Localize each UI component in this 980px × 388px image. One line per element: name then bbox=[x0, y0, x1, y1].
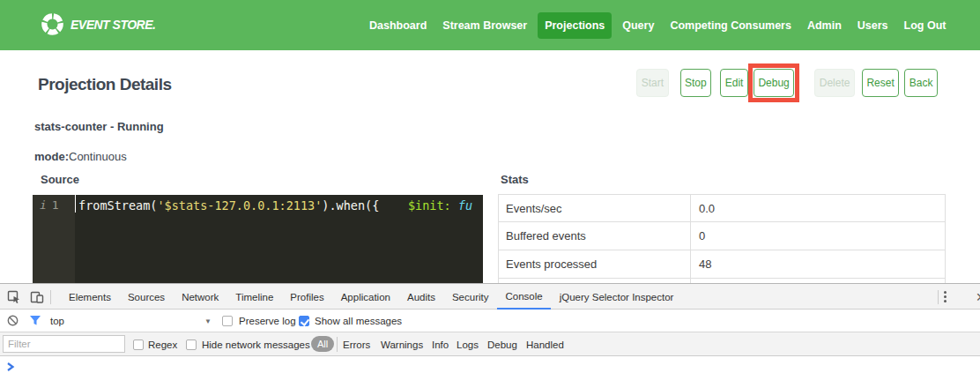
stat-label: Events/sec bbox=[499, 195, 691, 221]
gutter-fold-icon: i bbox=[40, 198, 47, 212]
filter-logs[interactable]: Logs bbox=[457, 332, 479, 356]
stat-value: 0 bbox=[691, 222, 945, 250]
table-row: Events processed 48 bbox=[498, 250, 946, 279]
editor-gutter: i1 bbox=[33, 195, 75, 283]
devtools-tabbar: Elements Sources Network Timeline Profil… bbox=[0, 283, 980, 310]
stats-table: Events/sec 0.0 Buffered events 0 Events … bbox=[498, 194, 946, 283]
code-key: $init: bbox=[408, 198, 451, 213]
projection-mode: mode:Continuous bbox=[34, 150, 127, 163]
brand-text: EVENT STORE. bbox=[71, 18, 155, 32]
console-prompt-icon[interactable] bbox=[6, 362, 15, 371]
tab-console[interactable]: Console bbox=[497, 284, 551, 310]
tab-jquery-selector-inspector[interactable]: jQuery Selector Inspector bbox=[551, 284, 682, 310]
filter-debug[interactable]: Debug bbox=[487, 332, 517, 356]
nav-item-projections[interactable]: Projections bbox=[538, 12, 612, 39]
stat-value: 0.0 bbox=[691, 195, 945, 221]
back-button[interactable]: Back bbox=[904, 69, 938, 97]
code-string: '$stats-127.0.0.1:2113' bbox=[157, 198, 322, 213]
debug-button[interactable]: Debug bbox=[754, 69, 794, 97]
hide-network-label: Hide network messages bbox=[202, 332, 310, 356]
regex-label: Regex bbox=[148, 332, 177, 356]
stop-button[interactable]: Stop bbox=[680, 69, 712, 97]
devtools-tabs: Elements Sources Network Timeline Profil… bbox=[61, 284, 682, 310]
device-toolbar-icon[interactable] bbox=[30, 290, 44, 304]
stats-label: Stats bbox=[501, 173, 529, 186]
code-line: fromStream('$stats-127.0.0.1:2113').when… bbox=[75, 195, 472, 213]
stat-label: Buffered events bbox=[499, 222, 691, 250]
toolbar-separator bbox=[50, 290, 51, 304]
nav-item-query[interactable]: Query bbox=[614, 19, 662, 32]
filter-errors[interactable]: Errors bbox=[343, 332, 370, 356]
nav-list: Dashboard Stream Browser Projections Que… bbox=[361, 0, 954, 50]
tab-network[interactable]: Network bbox=[174, 284, 227, 310]
devtools-panel: Elements Sources Network Timeline Profil… bbox=[0, 283, 980, 388]
tab-elements[interactable]: Elements bbox=[61, 284, 120, 310]
table-row: Buffered events 0 bbox=[498, 222, 946, 250]
navbar: EVENT STORE. Dashboard Stream Browser Pr… bbox=[0, 0, 980, 50]
preserve-log-label: Preserve log bbox=[239, 310, 296, 332]
tab-sources[interactable]: Sources bbox=[119, 284, 173, 310]
filter-input[interactable] bbox=[3, 335, 125, 353]
preserve-log-checkbox[interactable] bbox=[222, 310, 233, 332]
stat-label: Events processed bbox=[499, 250, 691, 278]
tab-profiles[interactable]: Profiles bbox=[282, 284, 332, 310]
mode-label: mode: bbox=[34, 150, 69, 163]
filter-info[interactable]: Info bbox=[432, 332, 449, 356]
tab-audits[interactable]: Audits bbox=[398, 284, 443, 310]
nav-item-dashboard[interactable]: Dashboard bbox=[361, 19, 434, 32]
delete-button[interactable]: Delete bbox=[814, 69, 855, 97]
source-code-editor[interactable]: i1 fromStream('$stats-127.0.0.1:2113').w… bbox=[33, 195, 483, 283]
table-row: Events/sec 0.0 bbox=[498, 194, 946, 222]
source-label: Source bbox=[41, 173, 79, 186]
reset-button[interactable]: Reset bbox=[862, 69, 899, 97]
brand[interactable]: EVENT STORE. bbox=[41, 12, 155, 36]
code-fn: fromStream( bbox=[78, 198, 157, 213]
line-number: 1 bbox=[52, 198, 59, 212]
context-dropdown-arrow-icon[interactable]: ▼ bbox=[204, 310, 212, 332]
debug-annotation-box: Debug bbox=[748, 63, 799, 102]
nav-item-users[interactable]: Users bbox=[850, 19, 896, 32]
projection-actions: Start Stop Edit Debug Delete Reset Back bbox=[636, 63, 938, 102]
nav-item-competing-consumers[interactable]: Competing Consumers bbox=[662, 19, 799, 32]
show-all-messages-label: Show all messages bbox=[315, 310, 402, 332]
tab-security[interactable]: Security bbox=[443, 284, 497, 310]
execution-context-selector[interactable]: top bbox=[50, 310, 64, 332]
inspect-element-icon[interactable] bbox=[7, 290, 21, 304]
stat-value: 48 bbox=[691, 250, 945, 278]
hide-network-checkbox[interactable] bbox=[186, 332, 197, 356]
toolbar-separator bbox=[938, 290, 939, 304]
code-sep bbox=[451, 198, 458, 213]
filter-warnings[interactable]: Warnings bbox=[381, 332, 423, 356]
projection-status: stats-counter - Running bbox=[34, 120, 164, 133]
console-toolbar: top ▼ Preserve log Show all messages bbox=[0, 310, 980, 332]
regex-checkbox[interactable] bbox=[133, 332, 144, 356]
nav-item-admin[interactable]: Admin bbox=[799, 19, 850, 32]
edit-button[interactable]: Edit bbox=[720, 69, 748, 97]
clear-console-icon[interactable] bbox=[7, 315, 19, 326]
filter-funnel-icon[interactable] bbox=[29, 315, 41, 326]
event-store-logo-icon bbox=[41, 12, 64, 36]
filter-handled[interactable]: Handled bbox=[526, 332, 564, 356]
show-all-messages-checkbox[interactable] bbox=[299, 310, 309, 332]
code-keyword: fu bbox=[458, 198, 472, 213]
start-button[interactable]: Start bbox=[636, 69, 668, 97]
nav-item-logout[interactable]: Log Out bbox=[896, 19, 954, 32]
code-gap bbox=[379, 198, 408, 213]
tab-timeline[interactable]: Timeline bbox=[227, 284, 282, 310]
code-mid: ).when({ bbox=[322, 198, 379, 213]
devtools-close-icon[interactable]: ✕ bbox=[976, 290, 980, 304]
devtools-menu-icon[interactable] bbox=[944, 291, 947, 303]
console-filter-bar: Regex Hide network messages All Errors W… bbox=[0, 332, 980, 356]
filter-all-pill[interactable]: All bbox=[311, 336, 334, 352]
mode-value: Continuous bbox=[69, 150, 127, 163]
filter-separator bbox=[337, 337, 338, 352]
tab-application[interactable]: Application bbox=[332, 284, 398, 310]
page-title: Projection Details bbox=[38, 75, 172, 94]
nav-item-stream-browser[interactable]: Stream Browser bbox=[434, 19, 535, 32]
